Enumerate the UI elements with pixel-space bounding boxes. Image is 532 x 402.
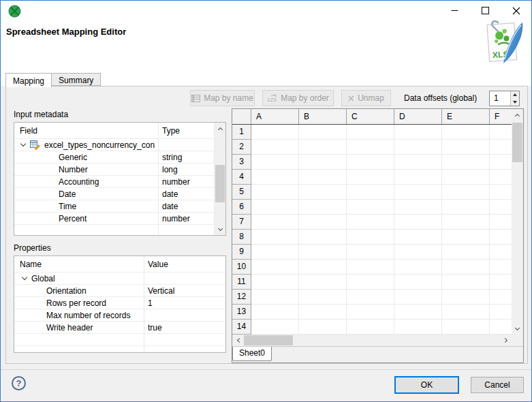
column-header[interactable]: A	[251, 109, 299, 124]
row-header[interactable]: 7	[232, 215, 251, 230]
row-header[interactable]: 14	[232, 320, 251, 335]
grid-cell[interactable]	[299, 140, 347, 155]
scrollbar-thumb[interactable]	[215, 165, 225, 202]
row-header[interactable]: 3	[232, 155, 251, 170]
help-button[interactable]: ?	[12, 376, 26, 390]
property-row[interactable]: Rows per record 1	[14, 297, 225, 309]
grid-cell[interactable]	[490, 170, 512, 185]
chevron-down-icon[interactable]	[20, 140, 26, 146]
grid-cell[interactable]	[490, 215, 512, 230]
grid-cell[interactable]	[442, 140, 490, 155]
property-row[interactable]: Orientation Vertical	[14, 285, 225, 297]
grid-cell[interactable]	[394, 245, 442, 260]
row-header[interactable]: 4	[232, 170, 251, 185]
metadata-field-row[interactable]: Percent number	[14, 213, 225, 225]
grid-vertical-scrollbar[interactable]	[512, 109, 523, 335]
type-column-header[interactable]: Type	[158, 126, 214, 136]
grid-cell[interactable]	[442, 170, 490, 185]
grid-cell[interactable]	[299, 170, 347, 185]
grid-cell[interactable]	[490, 245, 512, 260]
scroll-left-arrow[interactable]	[232, 335, 244, 346]
grid-cell[interactable]	[490, 260, 512, 275]
grid-cell[interactable]	[299, 215, 347, 230]
title-bar[interactable]	[1, 1, 531, 21]
grid-cell[interactable]	[251, 275, 299, 290]
grid-cell[interactable]	[442, 275, 490, 290]
grid-cell[interactable]	[251, 200, 299, 215]
column-header[interactable]: C	[347, 109, 394, 124]
scroll-up-arrow[interactable]	[512, 109, 523, 121]
grid-cell[interactable]	[394, 230, 442, 245]
scrollbar-thumb[interactable]	[244, 335, 293, 345]
grid-cell[interactable]	[442, 320, 490, 335]
grid-cell[interactable]	[347, 215, 394, 230]
property-row[interactable]: Write header true	[14, 322, 225, 334]
cancel-button[interactable]: Cancel	[471, 377, 524, 393]
grid-corner-cell[interactable]	[232, 109, 251, 124]
map-by-order-button[interactable]: 123 Map by order	[262, 90, 334, 106]
grid-cell[interactable]	[299, 305, 347, 320]
grid-cell[interactable]	[251, 230, 299, 245]
grid-cell[interactable]	[251, 170, 299, 185]
grid-cell[interactable]	[347, 320, 394, 335]
grid-cell[interactable]	[299, 185, 347, 200]
grid-cell[interactable]	[490, 290, 512, 305]
grid-cell[interactable]	[394, 305, 442, 320]
grid-cell[interactable]	[394, 155, 442, 170]
grid-cell[interactable]	[299, 290, 347, 305]
grid-cell[interactable]	[442, 260, 490, 275]
value-column-header[interactable]: Value	[144, 260, 214, 269]
grid-cell[interactable]	[347, 200, 394, 215]
column-header[interactable]: D	[394, 109, 442, 124]
grid-cell[interactable]	[394, 320, 442, 335]
grid-cell[interactable]	[442, 155, 490, 170]
row-header[interactable]: 5	[232, 185, 251, 200]
sheet-tab[interactable]: Sheet0	[232, 347, 272, 361]
row-header[interactable]: 10	[232, 260, 251, 275]
grid-cell[interactable]	[442, 200, 490, 215]
grid-cell[interactable]	[490, 320, 512, 335]
column-header[interactable]: F	[490, 109, 512, 124]
scroll-down-arrow[interactable]	[512, 323, 523, 335]
field-column-header[interactable]: Field	[14, 126, 158, 136]
scroll-up-arrow[interactable]	[215, 123, 226, 134]
properties-root-row[interactable]: Global	[14, 273, 225, 285]
grid-cell[interactable]	[442, 305, 490, 320]
scroll-down-arrow[interactable]	[215, 223, 226, 235]
metadata-field-row[interactable]: Number long	[14, 164, 225, 176]
grid-cell[interactable]	[347, 245, 394, 260]
grid-cell[interactable]	[347, 140, 394, 155]
spinner-up-button[interactable]	[511, 91, 519, 99]
grid-cell[interactable]	[347, 170, 394, 185]
row-header[interactable]: 11	[232, 275, 251, 290]
grid-cell[interactable]	[394, 140, 442, 155]
grid-cell[interactable]	[251, 185, 299, 200]
property-row[interactable]: Max number of records	[14, 309, 225, 322]
grid-cell[interactable]	[251, 245, 299, 260]
grid-cell[interactable]	[299, 125, 347, 140]
grid-cell[interactable]	[347, 125, 394, 140]
grid-cell[interactable]	[347, 275, 394, 290]
grid-cell[interactable]	[394, 275, 442, 290]
grid-cell[interactable]	[394, 185, 442, 200]
grid-cell[interactable]	[442, 215, 490, 230]
grid-cell[interactable]	[251, 260, 299, 275]
metadata-field-row[interactable]: Time date	[14, 200, 225, 213]
grid-cell[interactable]	[251, 290, 299, 305]
grid-cell[interactable]	[299, 260, 347, 275]
grid-cell[interactable]	[442, 185, 490, 200]
grid-cell[interactable]	[394, 200, 442, 215]
grid-cell[interactable]	[490, 185, 512, 200]
grid-cell[interactable]	[251, 305, 299, 320]
metadata-field-row[interactable]: Generic string	[14, 151, 225, 164]
grid-cell[interactable]	[490, 155, 512, 170]
grid-cell[interactable]	[347, 185, 394, 200]
grid-cell[interactable]	[442, 290, 490, 305]
row-header[interactable]: 9	[232, 245, 251, 260]
scroll-right-arrow[interactable]	[500, 335, 512, 346]
row-header[interactable]: 2	[232, 140, 251, 155]
grid-cell[interactable]	[490, 305, 512, 320]
row-header[interactable]: 6	[232, 200, 251, 215]
tab-summary[interactable]: Summary	[52, 73, 101, 86]
grid-cell[interactable]	[299, 275, 347, 290]
